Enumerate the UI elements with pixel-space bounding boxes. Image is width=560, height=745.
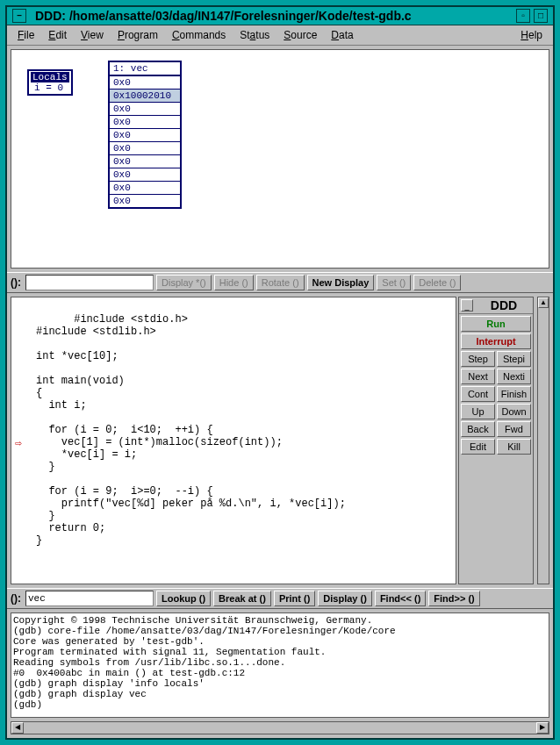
source-vscroll[interactable]: ▲	[537, 297, 549, 584]
display-button[interactable]: Display ()	[318, 591, 372, 606]
lookup-button[interactable]: Lookup ()	[156, 591, 211, 606]
back-button[interactable]: Back	[461, 421, 495, 437]
lookup-toolbar: (): Lookup () Break at () Print () Displ…	[7, 588, 553, 609]
arg-label: ():	[11, 276, 21, 289]
minimize-button[interactable]: ▫	[516, 9, 530, 23]
command-tool-header: _ DDD	[459, 297, 533, 314]
source-area[interactable]: ⇨ #include <stdio.h> #include <stdlib.h>…	[11, 297, 456, 584]
break-at-button[interactable]: Break at ()	[213, 591, 271, 606]
window-menu-button[interactable]: –	[12, 9, 26, 23]
lookup-label: ():	[11, 592, 21, 605]
vec-row[interactable]: 0x0	[110, 182, 180, 195]
source-gutter: ⇨	[11, 297, 32, 584]
window-title: DDD: /home/ansatte/03/dag/IN147/Forelesn…	[28, 9, 514, 23]
edit-button[interactable]: Edit	[461, 439, 495, 455]
titlebar: – DDD: /home/ansatte/03/dag/IN147/Forele…	[7, 7, 553, 25]
command-tool-minimize[interactable]: _	[461, 299, 473, 312]
scroll-left-icon[interactable]: ◀	[11, 722, 24, 734]
menu-status[interactable]: Status	[233, 27, 276, 43]
locals-row[interactable]: i = 0	[31, 82, 69, 93]
argument-toolbar: (): Display *() Hide () Rotate () New Di…	[7, 272, 553, 293]
kill-button[interactable]: Kill	[497, 439, 531, 455]
command-tool-title: DDD	[475, 298, 533, 312]
menu-edit[interactable]: Edit	[41, 27, 74, 43]
console-hscroll[interactable]: ◀ ▶	[11, 721, 549, 734]
down-button[interactable]: Down	[497, 404, 531, 419]
command-tool: _ DDD Run Interrupt Step Stepi Next Next…	[458, 297, 534, 584]
menu-file[interactable]: File	[11, 27, 41, 43]
menu-view[interactable]: View	[74, 27, 111, 43]
up-button[interactable]: Up	[461, 404, 495, 419]
stop-marker-icon: ⇨	[15, 436, 22, 450]
vec-title: 1: vec	[110, 62, 180, 76]
data-display-area[interactable]: Locals i = 0 1: vec 0x00x100020100x00x00…	[11, 49, 549, 269]
vec-row[interactable]: 0x0	[110, 116, 180, 129]
menubar: File Edit View Program Commands Status S…	[7, 25, 553, 46]
scroll-right-icon[interactable]: ▶	[536, 722, 549, 734]
menu-data[interactable]: Data	[324, 27, 360, 43]
scroll-up-icon[interactable]: ▲	[538, 297, 549, 308]
menu-help[interactable]: Help	[513, 27, 549, 43]
locals-title: Locals	[31, 72, 69, 82]
step-button[interactable]: Step	[461, 351, 495, 367]
find-next-button[interactable]: Find>> ()	[428, 591, 479, 606]
delete-button[interactable]: Delete ()	[413, 275, 461, 290]
lookup-input[interactable]	[25, 591, 154, 606]
find-prev-button[interactable]: Find<< ()	[375, 591, 426, 606]
vec-row[interactable]: 0x0	[110, 76, 180, 90]
stepi-button[interactable]: Stepi	[497, 351, 531, 367]
app-window: – DDD: /home/ansatte/03/dag/IN147/Forele…	[5, 5, 555, 740]
arg-input[interactable]	[25, 275, 154, 290]
interrupt-button[interactable]: Interrupt	[461, 333, 531, 349]
hide-button[interactable]: Hide ()	[214, 275, 254, 290]
print-button[interactable]: Print ()	[274, 591, 315, 606]
main-split: ⇨ #include <stdio.h> #include <stdlib.h>…	[7, 293, 553, 584]
run-button[interactable]: Run	[461, 316, 531, 332]
display-locals[interactable]: Locals i = 0	[27, 69, 73, 96]
scroll-track[interactable]	[24, 722, 536, 734]
vec-row[interactable]: 0x0	[110, 103, 180, 116]
new-display-button[interactable]: New Display	[307, 275, 375, 290]
menu-program[interactable]: Program	[111, 27, 165, 43]
gdb-console[interactable]: Copyright © 1998 Technische Universität …	[11, 612, 549, 718]
console-text: Copyright © 1998 Technische Universität …	[13, 615, 396, 710]
rotate-button[interactable]: Rotate ()	[256, 275, 305, 290]
vec-row[interactable]: 0x10002010	[110, 90, 180, 103]
fwd-button[interactable]: Fwd	[497, 421, 531, 437]
vec-row[interactable]: 0x0	[110, 129, 180, 142]
menu-source[interactable]: Source	[276, 27, 324, 43]
cont-button[interactable]: Cont	[461, 386, 495, 402]
source-text: #include <stdio.h> #include <stdlib.h> i…	[36, 313, 346, 547]
vec-row[interactable]: 0x0	[110, 168, 180, 182]
set-button[interactable]: Set ()	[377, 275, 411, 290]
finish-button[interactable]: Finish	[497, 386, 531, 402]
vec-row[interactable]: 0x0	[110, 155, 180, 168]
vec-row[interactable]: 0x0	[110, 142, 180, 155]
nexti-button[interactable]: Nexti	[497, 369, 531, 384]
vec-row[interactable]: 0x0	[110, 195, 180, 207]
display-vec[interactable]: 1: vec 0x00x100020100x00x00x00x00x00x00x…	[108, 61, 182, 209]
menu-commands[interactable]: Commands	[165, 27, 233, 43]
maximize-button[interactable]: □	[534, 9, 548, 23]
display-star-button[interactable]: Display *()	[156, 275, 212, 290]
next-button[interactable]: Next	[461, 369, 495, 384]
